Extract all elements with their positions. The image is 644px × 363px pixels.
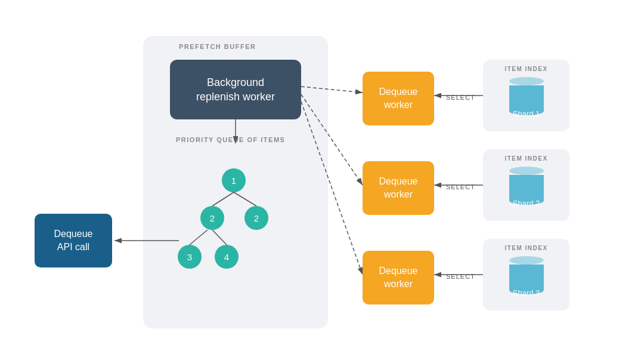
priority-queue-label: PRIORITY QUEUE OF ITEMS <box>176 136 285 143</box>
dequeue-worker-3: Dequeueworker <box>363 251 434 304</box>
tree-node-3: 2 <box>244 206 268 230</box>
item-index-2: ITEM INDEX Shard 2 <box>483 149 569 221</box>
cylinder-body-1 <box>509 85 544 107</box>
cylinder-body-2 <box>509 175 544 196</box>
select-label-3: SELECT <box>446 273 475 280</box>
cylinder-top-1 <box>509 77 544 85</box>
dequeue-worker-1: Dequeueworker <box>363 72 434 125</box>
item-index-label-3: ITEM INDEX <box>504 245 547 251</box>
select-label-2: SELECT <box>446 183 475 190</box>
dequeue-api-text: DequeueAPI call <box>54 227 93 253</box>
tree-node-4: 3 <box>178 245 202 269</box>
dequeue-worker-1-text: Dequeueworker <box>379 85 418 111</box>
replenish-worker-text: Backgroundreplenish worker <box>196 75 275 104</box>
item-index-3: ITEM INDEX Shard 3 <box>483 239 569 310</box>
cylinder-body-3 <box>509 264 544 286</box>
cylinder-top-2 <box>509 167 544 175</box>
prefetch-buffer-label: PREFETCH BUFFER <box>179 43 256 50</box>
dequeue-api-box: DequeueAPI call <box>35 214 112 267</box>
shard-1-text: Shard 1 <box>513 109 540 118</box>
item-index-1: ITEM INDEX Shard 1 <box>483 60 569 131</box>
shard-3-text: Shard 3 <box>513 288 540 297</box>
dequeue-worker-2: Dequeueworker <box>363 161 434 215</box>
tree-node-2: 2 <box>200 206 224 230</box>
cylinder-top-3 <box>509 256 544 264</box>
tree-node-5: 4 <box>215 245 239 269</box>
dequeue-worker-2-text: Dequeueworker <box>379 175 418 201</box>
tree-node-1: 1 <box>222 168 246 192</box>
dequeue-worker-3-text: Dequeueworker <box>379 264 418 290</box>
shard-2-text: Shard 2 <box>513 199 540 208</box>
item-index-label-1: ITEM INDEX <box>504 66 547 72</box>
diagram-container: PREFETCH BUFFER Backgroundreplenish work… <box>0 0 644 363</box>
replenish-worker-box: Backgroundreplenish worker <box>170 60 301 119</box>
select-label-1: SELECT <box>446 94 475 101</box>
item-index-label-2: ITEM INDEX <box>504 155 547 162</box>
